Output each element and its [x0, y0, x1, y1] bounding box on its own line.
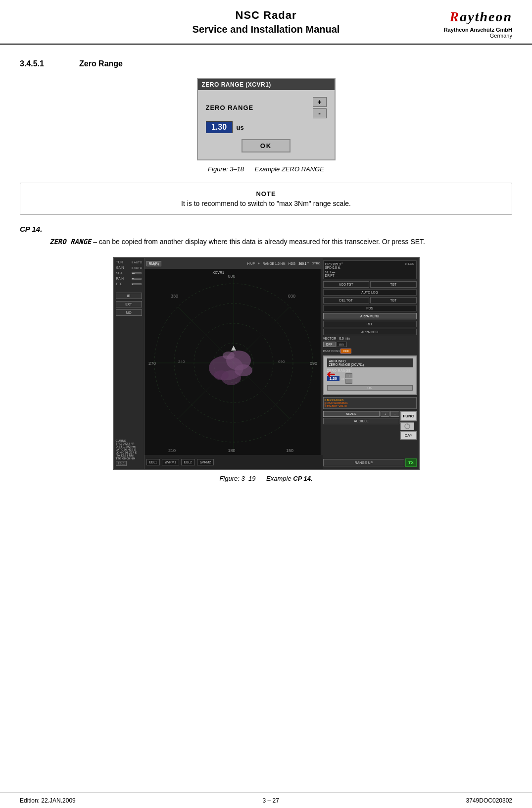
ebl2-status: EBL2: [181, 459, 195, 465]
dialog-body: ZERO RANGE + - 1.30 us OK: [198, 90, 335, 159]
dialog-label-row: ZERO RANGE + -: [206, 97, 327, 118]
footer-page: 3 – 27: [262, 797, 279, 804]
cp14-label-text: CP 14.: [20, 225, 42, 233]
dialog-title: ZERO RANGE (XCVR1): [198, 79, 335, 90]
radar-svg: 000 180 270 090 330 030 150 210: [145, 269, 323, 457]
dialog-value: 1.30: [206, 121, 233, 133]
tuni-control: TUNI AUTO: [115, 260, 143, 264]
note-text: It is to recommend to switch to "max 3Nm…: [30, 200, 502, 207]
page-footer: Edition: 22.JAN.2009 3 – 27 3749DOC02030…: [0, 793, 532, 808]
aco-btn[interactable]: ACO TGT: [323, 281, 370, 288]
note-title: NOTE: [30, 190, 502, 198]
minus-button[interactable]: -: [313, 108, 327, 118]
ebl1-status: EBL1: [146, 459, 160, 465]
del-btn[interactable]: DEL TGT: [323, 297, 370, 303]
arpa-info-row: ARPA INFO: [323, 329, 417, 335]
ext-button[interactable]: EXT: [116, 301, 142, 307]
svg-text:270: 270: [148, 361, 156, 366]
range-up-btn[interactable]: RANGE UP: [323, 459, 405, 466]
company-country: Germany: [433, 33, 512, 39]
range-text: RANGE 1.5 NM: [263, 262, 286, 265]
tx-button[interactable]: TX: [405, 458, 416, 467]
tgt2-btn[interactable]: TGT: [370, 297, 417, 303]
cp14-desc-text: – can be copied from another display whe…: [93, 238, 425, 246]
cp14-label: CP 14.: [20, 225, 512, 233]
plus-minus-controls: + -: [313, 97, 327, 118]
plus-button[interactable]: +: [313, 97, 327, 107]
ok-button[interactable]: OK: [242, 139, 291, 152]
radar-left-panel: TUNI AUTO GAIN AUTO SEA RAIN: [114, 258, 145, 469]
vrm1-status: ΔVRM1: [162, 459, 179, 465]
footer-edition: Edition: 22.JAN.2009: [20, 797, 76, 804]
svg-text:240: 240: [178, 359, 185, 364]
svg-text:090: 090: [278, 359, 285, 364]
red-arrow-indicator: ➜: [327, 368, 336, 381]
cp14-code: ZERO RANGE: [49, 238, 91, 246]
svg-text:030: 030: [288, 294, 295, 299]
svg-text:330: 330: [171, 294, 178, 299]
svg-marker-22: [231, 346, 236, 351]
mo-button[interactable]: MO: [116, 309, 142, 316]
radar-statusbar: EBL1 ΔVRM1 EBL2 ΔVRM2: [145, 455, 323, 469]
rm-indicator: RM(R): [146, 261, 162, 266]
radar-display-area: 000 180 270 090 330 030 150 210: [145, 269, 323, 457]
raytheon-logo: Raytheon: [433, 9, 512, 25]
ir-button[interactable]: IR: [116, 293, 142, 299]
svg-text:150: 150: [286, 448, 293, 453]
header-title: NSC Radar Service and Installation Manua…: [99, 9, 433, 35]
cp14-description: ZERO RANGE – can be copied from another …: [49, 236, 512, 247]
header-logo: Raytheon Raytheon Anschütz GmbH Germany: [433, 9, 512, 39]
hdg-label: HDG: [289, 262, 295, 265]
figure-18-caption: Figure: 3–18 Example ZERO RANGE: [208, 165, 324, 173]
arpa-menu-btn[interactable]: ARPA MENU: [323, 313, 417, 319]
dialog-value-row: 1.30 us: [206, 121, 327, 133]
figure-18-label: Figure: 3–18: [208, 165, 244, 173]
gain-control: GAIN AUTO: [115, 265, 143, 270]
note-box: NOTE It is to recommend to switch to "ma…: [20, 183, 512, 215]
svg-text:180: 180: [228, 448, 235, 453]
del-tgt-row: DEL TGT TGT: [323, 297, 417, 303]
section-number: 3.4.5.1: [20, 59, 59, 68]
range-indicator: H UP: [247, 262, 255, 265]
cp14-section: CP 14. ZERO RANGE – can be copied from a…: [20, 225, 512, 247]
section-title: Zero Range: [79, 59, 123, 68]
footer-doc: 3749DOC020302: [466, 797, 512, 804]
rain-control: RAIN: [115, 276, 143, 281]
sub-title: Service and Installation Manual: [99, 24, 433, 35]
figure-18-text: Example ZERO RANGE: [255, 165, 324, 173]
svg-point-20: [235, 364, 252, 376]
ftc-control: FTC: [115, 282, 143, 286]
svg-text:090: 090: [310, 361, 317, 366]
figure-19-caption-prefix: Example: [266, 475, 293, 482]
svg-point-19: [214, 370, 229, 380]
day-button[interactable]: DAY: [400, 431, 416, 440]
svg-point-21: [223, 352, 235, 359]
aco-tgt-row: ACO TGT TGT: [323, 281, 417, 288]
figure-19-container: TUNI AUTO GAIN AUTO SEA RAIN: [20, 257, 512, 482]
radar-right-panel: CRS 285.3 ° kt LOG SPD 0.0 kt SET — DRIF…: [321, 258, 419, 469]
svg-text:210: 210: [168, 448, 176, 453]
tgt1-btn[interactable]: TGT: [370, 281, 417, 288]
dialog-unit: us: [237, 124, 244, 131]
main-content: 3.4.5.1 Zero Range ZERO RANGE (XCVR1) ZE…: [0, 45, 532, 497]
dialog-zero-range-label: ZERO RANGE: [206, 104, 309, 111]
func-button[interactable]: FUNC: [400, 411, 416, 421]
radar-topbar: RM(R) H UP + RANGE 1.5 NM HDG 360.1 ° GY…: [145, 258, 323, 269]
figure-19-caption: Figure: 3–19 Example CP 14.: [219, 475, 312, 482]
figure-19-label: Figure: 3–19: [219, 475, 255, 482]
hdg-value: 360.1 °: [298, 262, 309, 265]
figure-18-container: ZERO RANGE (XCVR1) ZERO RANGE + - 1.30 u…: [20, 78, 512, 173]
arpa-info-btn[interactable]: ARPA INFO: [323, 329, 417, 335]
arpa-menu-row: ARPA MENU: [323, 313, 417, 319]
xcvr-label: XCVR1: [213, 271, 224, 274]
figure-19-caption-bold: CP 14.: [293, 475, 312, 482]
radar-screen: TUNI AUTO GAIN AUTO SEA RAIN: [113, 257, 420, 470]
zero-range-dialog: ZERO RANGE (XCVR1) ZERO RANGE + - 1.30 u…: [197, 78, 336, 160]
company-name: Raytheon Anschütz GmbH: [433, 27, 512, 33]
section-heading: 3.4.5.1 Zero Range: [20, 59, 512, 68]
zero-range-overlay: ARPA INFOZERO RANGE (XCVR1) ZERO RANGE 1…: [323, 355, 417, 395]
svg-text:000: 000: [228, 274, 235, 279]
range-value: +: [258, 262, 260, 265]
main-title: NSC Radar: [99, 9, 433, 22]
sea-control: SEA: [115, 271, 143, 275]
